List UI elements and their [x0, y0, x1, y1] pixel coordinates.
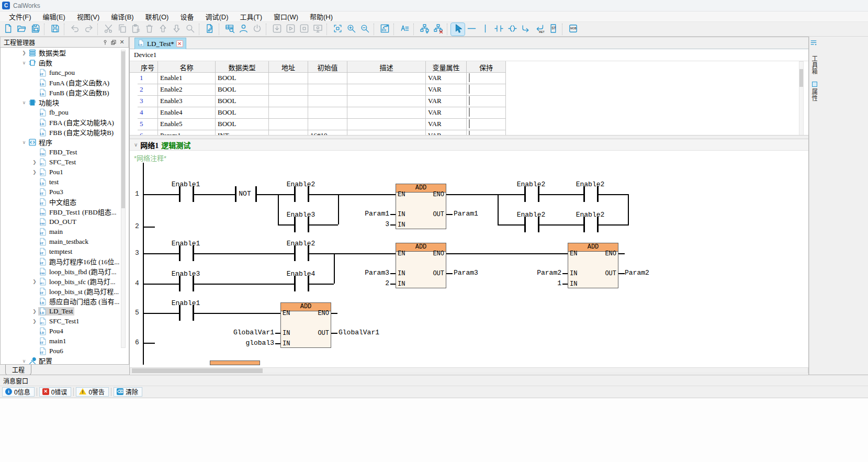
mob-button[interactable]: MOB: [566, 23, 580, 36]
tree-item-body[interactable]: SFCSFC_Test: [38, 158, 77, 166]
menu-item-9[interactable]: 窗口(W): [268, 12, 304, 21]
operand-label[interactable]: Enable3: [287, 211, 315, 219]
undo-button[interactable]: [68, 23, 82, 36]
tree-item-main[interactable]: STmain: [1, 227, 129, 236]
tree-item-body[interactable]: LDtest: [38, 178, 60, 186]
tree-item-loop_bits_fbd[interactable]: FBDloop_bits_fbd (跑马灯...: [1, 266, 129, 276]
tree-item-row25[interactable]: LD感应自动门组态 (当有...: [1, 296, 129, 306]
cell-r3c7[interactable]: VAR: [426, 96, 467, 107]
contact-bar[interactable]: [179, 305, 181, 321]
delete-network-button[interactable]: [431, 23, 445, 36]
tree-scrollbar-thumb[interactable]: [121, 51, 125, 208]
tree-item-body[interactable]: STloop_bits_st (跑马灯程...: [38, 286, 120, 296]
row-selector[interactable]: [130, 73, 138, 84]
output-operand[interactable]: Param2: [625, 269, 649, 277]
contact-bar[interactable]: [524, 217, 526, 232]
tree-item-body[interactable]: 功能块: [28, 97, 61, 107]
auto-declare-button[interactable]: [398, 23, 411, 36]
library-manager-button[interactable]: [223, 23, 236, 36]
cell-retain-r3[interactable]: [467, 96, 506, 107]
tree-item-body[interactable]: FBDFBD_Test: [38, 148, 78, 156]
column-header-8[interactable]: 保持: [467, 61, 506, 73]
contact-bar[interactable]: [524, 186, 526, 202]
cell-r4c1[interactable]: 4: [138, 107, 158, 119]
table-row[interactable]: 6Param1INT16#10VAR: [130, 130, 808, 136]
float-window-icon[interactable]: [109, 39, 118, 46]
tab-project[interactable]: 工程: [5, 365, 31, 376]
cell-r4c7[interactable]: VAR: [426, 107, 467, 119]
menu-item-8[interactable]: 工具(T): [234, 12, 268, 21]
input-operand[interactable]: Param1: [365, 210, 389, 218]
tree-item-row31[interactable]: ∨配置: [1, 356, 129, 365]
tree-item-body[interactable]: 配置: [28, 356, 54, 365]
input-operand[interactable]: Param2: [537, 269, 561, 277]
row-selector[interactable]: [130, 107, 138, 119]
column-header-3[interactable]: 数据类型: [216, 61, 269, 73]
contact-bar[interactable]: [538, 217, 539, 232]
insert-network-button[interactable]: [418, 23, 431, 36]
cell-r4c4[interactable]: [269, 107, 308, 119]
operand-label[interactable]: Enable4: [287, 270, 315, 278]
operand-label[interactable]: Enable2: [517, 181, 546, 188]
tree-item-1616[interactable]: ST跑马灯程序16位 (16位...: [1, 256, 129, 266]
tree-item-body[interactable]: STPou3: [38, 188, 65, 196]
menu-item-7[interactable]: 调试(D): [199, 12, 234, 21]
cell-r5c5[interactable]: [308, 119, 347, 130]
tree-item-body[interactable]: STfunc_pou: [38, 69, 76, 77]
save-button[interactable]: [48, 23, 62, 36]
retain-checkbox[interactable]: [469, 119, 470, 128]
cell-r4c5[interactable]: [308, 107, 347, 119]
expander-icon[interactable]: ❯: [31, 319, 38, 324]
run-button[interactable]: [284, 23, 297, 36]
cell-r2c6[interactable]: [347, 84, 426, 96]
operand-label[interactable]: Enable2: [576, 211, 605, 219]
return-button[interactable]: RET: [533, 23, 546, 36]
tree-item-body[interactable]: STfb_pou: [38, 108, 70, 117]
tree-item-pou6[interactable]: STPou6: [1, 346, 129, 356]
cell-r1c2[interactable]: Enable1: [158, 73, 216, 84]
tree-item-func_pou[interactable]: STfunc_pou: [1, 67, 129, 77]
tree-item-body[interactable]: ST中文组态: [38, 197, 78, 207]
column-header-4[interactable]: 地址: [269, 61, 308, 73]
operand-label[interactable]: Enable3: [172, 270, 200, 278]
tree-item-pou3[interactable]: STPou3: [1, 187, 129, 197]
tree-item-pou4[interactable]: LDPou4: [1, 326, 129, 336]
table-scrollbar-thumb[interactable]: [799, 69, 803, 87]
cell-r5c2[interactable]: Enable5: [158, 119, 216, 130]
cell-r1c6[interactable]: [347, 73, 426, 84]
cell-r1c1[interactable]: 1: [138, 73, 158, 84]
tree-item-body[interactable]: LDFunA (自定义函数A): [38, 77, 111, 87]
cell-r6c7[interactable]: VAR: [426, 130, 467, 136]
trace-chart-button[interactable]: [378, 23, 391, 36]
tree-item-row15[interactable]: ST中文组态: [1, 197, 129, 207]
move-down-button[interactable]: [170, 23, 183, 36]
cell-r6c4[interactable]: [269, 130, 308, 136]
operand-label[interactable]: Enable1: [172, 299, 200, 307]
redo-button[interactable]: [82, 23, 95, 36]
tree-item-loop_bits_st[interactable]: STloop_bits_st (跑马灯程...: [1, 286, 129, 296]
cell-r3c6[interactable]: [347, 96, 426, 107]
input-operand[interactable]: GlobalVar1: [233, 329, 274, 336]
tree-item-body[interactable]: 程序: [28, 137, 54, 147]
clear-button[interactable]: ⌫清除: [114, 387, 142, 397]
tree-item-funbb[interactable]: LDFunB (自定义函数B): [1, 87, 129, 97]
tree-item-fbaa[interactable]: LDFBA (自定义功能块A): [1, 117, 129, 127]
tree-item-body[interactable]: STtemptest: [38, 247, 74, 256]
contact-button[interactable]: [492, 23, 505, 36]
table-row[interactable]: 2Enable2BOOLVAR: [130, 84, 808, 96]
cell-r3c4[interactable]: [269, 96, 308, 107]
copy-button[interactable]: [115, 23, 129, 36]
output-operand[interactable]: Param3: [454, 269, 478, 277]
tree-item-ld_test[interactable]: ❯LDLD_Test: [1, 306, 129, 316]
tab-ld-test[interactable]: LD LD_Test* ✕: [134, 38, 186, 49]
input-operand[interactable]: global3: [245, 339, 274, 347]
cell-r5c7[interactable]: VAR: [426, 119, 467, 130]
expander-icon[interactable]: ∨: [20, 140, 28, 145]
retain-checkbox[interactable]: [469, 96, 470, 105]
tree-scrollbar[interactable]: [121, 50, 126, 348]
find-button[interactable]: [183, 23, 197, 36]
contact-bar[interactable]: [583, 186, 585, 202]
cell-r3c1[interactable]: 3: [138, 96, 158, 107]
network-collapse-icon[interactable]: ∨: [134, 142, 138, 148]
new-file-button[interactable]: [1, 23, 15, 36]
